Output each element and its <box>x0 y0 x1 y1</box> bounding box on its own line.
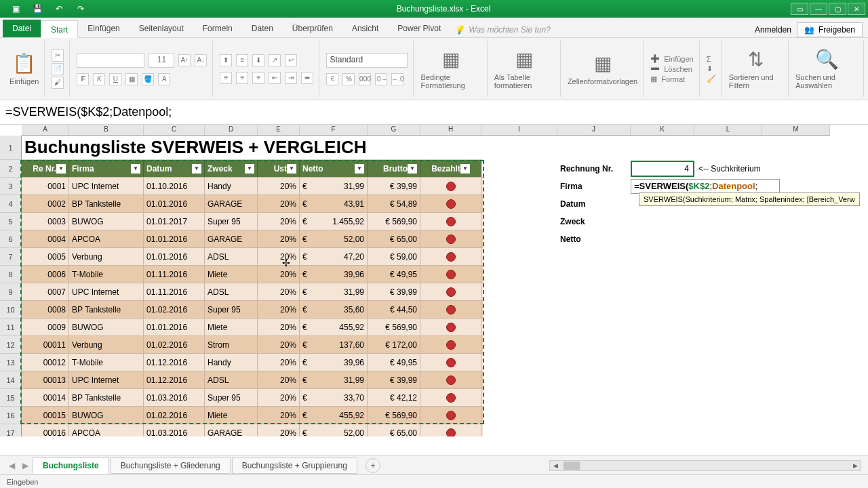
table-row[interactable]: 00013UPC Internet01.12.2016ADSL20%€31,99… <box>22 371 483 389</box>
align-left-icon[interactable]: ≡ <box>220 72 232 84</box>
share-button[interactable]: 👥Freigeben <box>797 22 863 37</box>
tab-powerpivot[interactable]: Power Pivot <box>388 20 450 37</box>
table-row[interactable]: 0008BP Tankstelle01.02.2016Super 9520%€3… <box>22 301 483 319</box>
fill-color-icon[interactable]: 🪣 <box>142 73 154 85</box>
filter-dropdown-icon[interactable]: ▼ <box>460 164 470 174</box>
filter-dropdown-icon[interactable]: ▼ <box>287 164 296 174</box>
table-row[interactable]: 0004APCOA01.01.2016GARAGE20%€52,00€ 65,0… <box>22 230 483 248</box>
new-sheet-button[interactable]: + <box>366 458 380 473</box>
align-middle-icon[interactable]: ≡ <box>236 54 248 66</box>
merge-icon[interactable]: ⬌ <box>301 72 313 84</box>
sort-filter-icon[interactable]: ⇅ <box>748 48 764 70</box>
col-header[interactable]: I <box>481 125 557 135</box>
bold-button[interactable]: F <box>77 73 89 85</box>
result-netto-label[interactable]: Netto <box>557 235 631 244</box>
table-row[interactable]: 00016APCOA01.03.2016GARAGE20%€52,00€ 65,… <box>22 424 483 436</box>
row-header[interactable]: 5 <box>0 213 21 230</box>
filter-dropdown-icon[interactable]: ▼ <box>355 164 364 174</box>
filter-dropdown-icon[interactable]: ▼ <box>131 164 140 174</box>
redo-button[interactable]: ↷ <box>71 2 91 16</box>
row-header[interactable]: 1 <box>0 136 21 160</box>
grow-font-icon[interactable]: A↑ <box>178 54 191 66</box>
autosum-icon[interactable]: Σ <box>707 55 711 63</box>
filter-dropdown-icon[interactable]: ▼ <box>245 164 254 174</box>
function-tooltip[interactable]: SVERWEIS(Suchkriterium; Matrix; Spalteni… <box>639 192 860 206</box>
row-header[interactable]: 17 <box>0 424 21 436</box>
cell-styles-icon[interactable]: ▦ <box>594 52 612 75</box>
increase-decimal-icon[interactable]: .0→ <box>375 73 387 85</box>
table-header-id[interactable]: Re Nr.▼ <box>22 160 69 177</box>
save-button[interactable]: 💾 <box>27 2 47 16</box>
align-center-icon[interactable]: ≡ <box>236 72 248 84</box>
decrease-decimal-icon[interactable]: ←.0 <box>391 73 403 85</box>
table-header-zweck[interactable]: Zweck▼ <box>205 160 258 177</box>
wrap-text-icon[interactable]: ↩ <box>285 54 297 66</box>
number-format-selector[interactable]: Standard <box>326 53 408 68</box>
horizontal-scrollbar[interactable]: ◀ ▶ <box>549 460 861 471</box>
table-header-netto[interactable]: Netto▼ <box>300 160 368 177</box>
row-header[interactable]: 12 <box>0 336 21 354</box>
table-row[interactable]: 0007UPC Internet01.11.2016ADSL20%€31,99€… <box>22 283 483 301</box>
title-cell[interactable]: Buchungsliste SVERWEIS + VERGLEICH <box>22 136 483 160</box>
table-row[interactable]: 0009BUWOG01.01.2016Miete20%€455,92€ 569,… <box>22 319 483 336</box>
row-header[interactable]: 9 <box>0 283 21 301</box>
row-header[interactable]: 6 <box>0 230 21 248</box>
table-header-datum[interactable]: Datum▼ <box>144 160 205 177</box>
table-format-icon[interactable]: ▦ <box>515 48 533 70</box>
underline-button[interactable]: U <box>109 73 121 85</box>
result-firma-label[interactable]: Firma <box>557 182 631 191</box>
italic-button[interactable]: K <box>93 73 105 85</box>
sheet-tab-3[interactable]: Buchungsliste + Gruppierung <box>232 458 357 474</box>
table-row[interactable]: 0002BP Tankstelle01.01.2016GARAGE20%€43,… <box>22 195 483 213</box>
currency-icon[interactable]: € <box>326 73 338 85</box>
table-row[interactable]: 0005Verbung01.01.2016ADSL20%€47,20€ 59,0… <box>22 248 483 266</box>
col-header[interactable]: H <box>420 125 481 135</box>
border-icon[interactable]: ▦ <box>125 73 138 85</box>
row-header[interactable]: 4 <box>0 195 21 213</box>
font-color-icon[interactable]: A <box>158 73 170 85</box>
format-painter-icon[interactable]: 🖌 <box>52 77 64 89</box>
row-header[interactable]: 15 <box>0 389 21 407</box>
sheet-nav-next[interactable]: ▶ <box>19 461 31 470</box>
row-header[interactable]: 2 <box>0 160 21 178</box>
tab-review[interactable]: Überprüfen <box>283 20 342 37</box>
filter-dropdown-icon[interactable]: ▼ <box>56 164 66 174</box>
align-bottom-icon[interactable]: ⬇ <box>252 54 264 66</box>
indent-left-icon[interactable]: ⇤ <box>269 72 281 84</box>
tab-data[interactable]: Daten <box>242 20 283 37</box>
table-row[interactable]: 00015BUWOG01.02.2016Miete20%€455,92€ 569… <box>22 407 483 424</box>
sheet-tab-1[interactable]: Buchungsliste <box>33 458 109 474</box>
filter-dropdown-icon[interactable]: ▼ <box>408 164 417 174</box>
copy-icon[interactable]: 📄 <box>52 63 64 75</box>
table-header-ust[interactable]: Ust▼ <box>258 160 300 177</box>
signin-link[interactable]: Anmelden <box>755 25 791 35</box>
col-header[interactable]: F <box>300 125 368 135</box>
tab-view[interactable]: Ansicht <box>342 20 388 37</box>
lookup-value-cell[interactable]: 4 <box>631 161 694 177</box>
table-header-bezahlt[interactable]: Bezahlt▼ <box>420 160 481 177</box>
tell-me-input[interactable]: 💡Was möchten Sie tun? <box>450 22 555 37</box>
sheet-nav-prev[interactable]: ◀ <box>5 461 18 470</box>
col-header[interactable]: B <box>69 125 144 135</box>
table-row[interactable]: 00012T-Mobile01.12.2016Handy20%€39,96€ 4… <box>22 354 483 371</box>
fill-icon[interactable]: ⬇ <box>707 64 713 73</box>
col-header[interactable]: M <box>762 125 830 135</box>
col-header[interactable]: A <box>22 125 69 135</box>
col-header[interactable]: J <box>557 125 631 135</box>
col-header[interactable]: L <box>694 125 762 135</box>
table-row[interactable]: 0006T-Mobile01.11.2016Miete20%€39,96€ 49… <box>22 266 483 283</box>
formula-bar-content[interactable]: =SVERWEIS($K$2;Datenpool; <box>5 105 172 119</box>
close-button[interactable]: ✕ <box>848 3 865 15</box>
row-header[interactable]: 14 <box>0 371 21 389</box>
maximize-button[interactable]: ▢ <box>829 3 846 15</box>
shrink-font-icon[interactable]: A↓ <box>195 54 207 66</box>
table-row[interactable]: 0003BUWOG01.01.2017Super 9520%€1.455,92€… <box>22 213 483 230</box>
format-cells-icon[interactable]: ▦ <box>650 75 657 83</box>
row-header[interactable]: 11 <box>0 319 21 336</box>
formula-editing-cell[interactable]: =SVERWEIS($K$2;Datenpool; <box>631 179 780 194</box>
indent-right-icon[interactable]: ⇥ <box>285 72 297 84</box>
ribbon-options-icon[interactable]: ▭ <box>791 3 808 15</box>
col-header[interactable]: G <box>368 125 420 135</box>
table-header-brutto[interactable]: Brutto▼ <box>368 160 420 177</box>
tab-file[interactable]: Datei <box>3 20 41 37</box>
